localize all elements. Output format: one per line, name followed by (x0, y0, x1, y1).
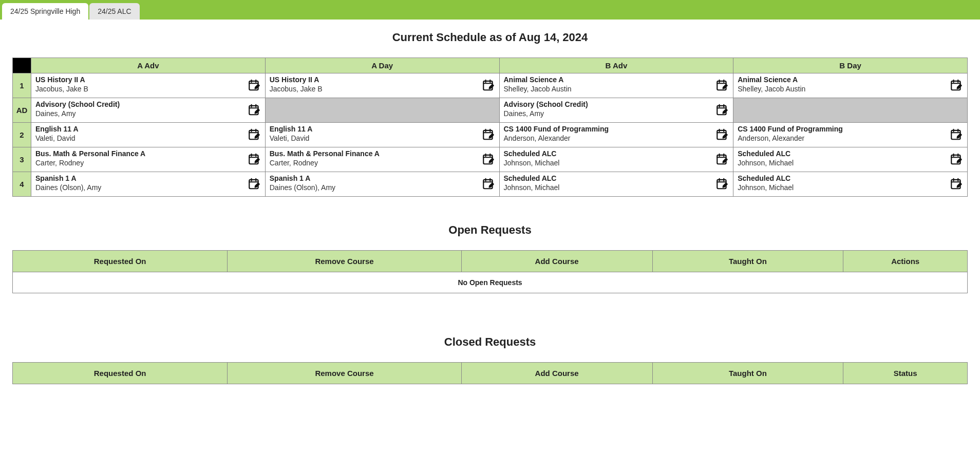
schedule-cell: US History II AJacobus, Jake B (31, 73, 266, 98)
row-head-2: 2 (13, 123, 31, 147)
open-col-add-course: Add Course (461, 251, 652, 272)
course-name: Spanish 1 A (35, 174, 261, 182)
course-name: English 11 A (35, 125, 261, 133)
tab-alc[interactable]: 24/25 ALC (89, 3, 139, 20)
col-a-day: A Day (265, 58, 499, 73)
teacher-name: Jacobus, Jake B (35, 85, 261, 93)
schedule-cell: Spanish 1 ADaines (Olson), Amy (31, 172, 266, 197)
teacher-name: Anderson, Alexander (504, 134, 729, 142)
schedule-cell: Scheduled ALCJohnson, Michael (499, 172, 733, 197)
edit-schedule-icon[interactable] (482, 78, 495, 93)
schedule-cell: Bus. Math & Personal Finance ACarter, Ro… (265, 147, 499, 172)
course-name: US History II A (35, 76, 261, 84)
teacher-name: Daines (Olson), Amy (270, 183, 495, 192)
open-col-remove-course: Remove Course (228, 251, 461, 272)
course-name: Bus. Math & Personal Finance A (270, 149, 495, 158)
teacher-name: Carter, Rodney (35, 159, 261, 167)
schedule-cell: Bus. Math & Personal Finance ACarter, Ro… (31, 147, 266, 172)
teacher-name: Shelley, Jacob Austin (738, 85, 963, 93)
edit-schedule-icon[interactable] (248, 103, 261, 118)
open-requests-title: Open Requests (12, 223, 968, 237)
open-requests-empty: No Open Requests (13, 272, 968, 293)
col-b-day: B Day (733, 58, 968, 73)
edit-schedule-icon[interactable] (482, 127, 495, 142)
top-bar: 24/25 Springville High 24/25 ALC (0, 0, 980, 20)
schedule-cell: CS 1400 Fund of ProgrammingAnderson, Ale… (733, 123, 968, 147)
tab-springville[interactable]: 24/25 Springville High (2, 3, 88, 20)
open-requests-table: Requested On Remove Course Add Course Ta… (12, 250, 968, 293)
teacher-name: Shelley, Jacob Austin (504, 85, 729, 93)
closed-col-requested-on: Requested On (13, 363, 228, 384)
teacher-name: Carter, Rodney (270, 159, 495, 167)
edit-schedule-icon[interactable] (248, 78, 261, 93)
teacher-name: Anderson, Alexander (738, 134, 963, 142)
closed-col-status: Status (843, 363, 968, 384)
schedule-cell: Advisory (School Credit)Daines, Amy (31, 98, 266, 123)
teacher-name: Johnson, Michael (504, 159, 729, 167)
schedule-cell-blank (733, 98, 968, 123)
row-head-3: 3 (13, 147, 31, 172)
course-name: Advisory (School Credit) (504, 100, 729, 108)
schedule-cell: Animal Science AShelley, Jacob Austin (733, 73, 968, 98)
schedule-cell: Spanish 1 ADaines (Olson), Amy (265, 172, 499, 197)
course-name: Scheduled ALC (504, 149, 729, 158)
course-name: CS 1400 Fund of Programming (504, 125, 729, 133)
teacher-name: Daines (Olson), Amy (35, 183, 261, 192)
schedule-cell: Scheduled ALCJohnson, Michael (499, 147, 733, 172)
open-col-actions: Actions (843, 251, 968, 272)
schedule-cell: Animal Science AShelley, Jacob Austin (499, 73, 733, 98)
course-name: Bus. Math & Personal Finance A (35, 149, 261, 158)
schedule-cell: English 11 AValeti, David (31, 123, 266, 147)
course-name: English 11 A (270, 125, 495, 133)
edit-schedule-icon[interactable] (482, 152, 495, 167)
closed-requests-table: Requested On Remove Course Add Course Ta… (12, 362, 968, 384)
row-head-4: 4 (13, 172, 31, 197)
schedule-title: Current Schedule as of Aug 14, 2024 (12, 31, 968, 44)
closed-requests-title: Closed Requests (12, 335, 968, 349)
teacher-name: Johnson, Michael (738, 159, 963, 167)
open-col-taught-on: Taught On (652, 251, 843, 272)
schedule-cell-blank (265, 98, 499, 123)
course-name: Scheduled ALC (738, 174, 963, 182)
edit-schedule-icon[interactable] (950, 152, 963, 167)
schedule-cell: English 11 AValeti, David (265, 123, 499, 147)
row-head-AD: AD (13, 98, 31, 123)
schedule-cell: US History II AJacobus, Jake B (265, 73, 499, 98)
schedule-cell: Advisory (School Credit)Daines, Amy (499, 98, 733, 123)
closed-col-remove-course: Remove Course (228, 363, 461, 384)
col-b-adv: B Adv (499, 58, 733, 73)
course-name: US History II A (270, 76, 495, 84)
edit-schedule-icon[interactable] (248, 152, 261, 167)
schedule-table: A Adv A Day B Adv B Day 1US History II A… (12, 58, 968, 197)
course-name: Scheduled ALC (738, 149, 963, 158)
open-col-requested-on: Requested On (13, 251, 228, 272)
closed-col-add-course: Add Course (461, 363, 652, 384)
schedule-cell: CS 1400 Fund of ProgrammingAnderson, Ale… (499, 123, 733, 147)
edit-schedule-icon[interactable] (715, 78, 729, 93)
edit-schedule-icon[interactable] (715, 103, 729, 118)
course-name: Animal Science A (738, 76, 963, 84)
schedule-corner (13, 58, 31, 73)
edit-schedule-icon[interactable] (248, 177, 261, 192)
teacher-name: Valeti, David (35, 134, 261, 142)
course-name: Spanish 1 A (270, 174, 495, 182)
course-name: Animal Science A (504, 76, 729, 84)
edit-schedule-icon[interactable] (950, 177, 963, 192)
edit-schedule-icon[interactable] (715, 127, 729, 142)
edit-schedule-icon[interactable] (715, 177, 729, 192)
course-name: Advisory (School Credit) (35, 100, 261, 108)
schedule-cell: Scheduled ALCJohnson, Michael (733, 172, 968, 197)
col-a-adv: A Adv (31, 58, 266, 73)
teacher-name: Daines, Amy (35, 109, 261, 118)
teacher-name: Valeti, David (270, 134, 495, 142)
teacher-name: Daines, Amy (504, 109, 729, 118)
teacher-name: Jacobus, Jake B (270, 85, 495, 93)
edit-schedule-icon[interactable] (950, 78, 963, 93)
course-name: Scheduled ALC (504, 174, 729, 182)
teacher-name: Johnson, Michael (504, 183, 729, 192)
edit-schedule-icon[interactable] (248, 127, 261, 142)
edit-schedule-icon[interactable] (482, 177, 495, 192)
row-head-1: 1 (13, 73, 31, 98)
edit-schedule-icon[interactable] (715, 152, 729, 167)
edit-schedule-icon[interactable] (950, 127, 963, 142)
